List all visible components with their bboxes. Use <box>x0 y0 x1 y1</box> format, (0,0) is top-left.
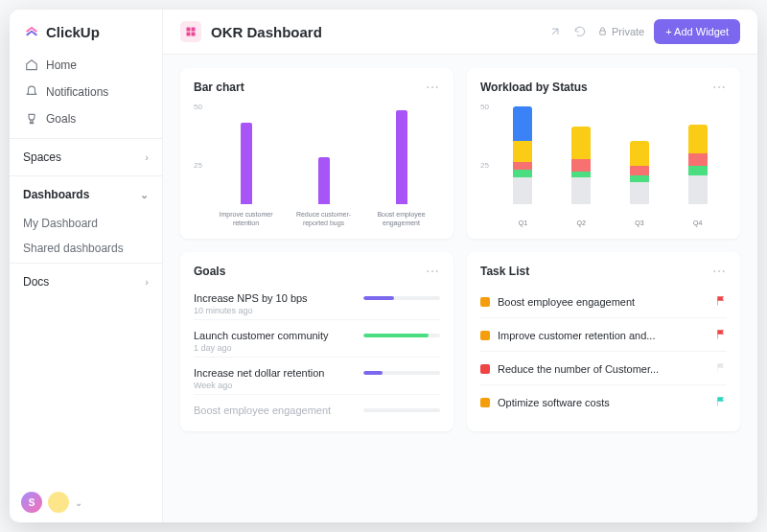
section-docs[interactable]: Docs › <box>10 266 162 298</box>
sidebar-item-my-dashboard[interactable]: My Dashboard <box>10 211 162 236</box>
expand-icon[interactable] <box>547 24 563 39</box>
chart-bar <box>396 110 407 204</box>
divider <box>10 263 162 264</box>
card-task-list: Task List ⋯ Boost employee engagementImp… <box>467 252 740 431</box>
svg-rect-4 <box>600 31 606 35</box>
nav-label: Home <box>46 58 77 72</box>
progress-bar <box>363 371 440 375</box>
bar-segment <box>688 153 708 166</box>
main-content: OKR Dashboard Private + Add Widget Bar c… <box>163 10 757 522</box>
x-axis-label: Boost employee engagement <box>373 211 430 227</box>
task-item[interactable]: Reduce the number of Customer... <box>480 354 727 385</box>
status-square-icon <box>480 364 490 374</box>
progress-bar <box>363 408 440 412</box>
task-name: Reduce the number of Customer... <box>498 363 708 375</box>
privacy-toggle[interactable]: Private <box>597 26 644 38</box>
brand-logo[interactable]: ClickUp <box>10 10 162 48</box>
chart-bar <box>318 157 330 204</box>
app-window: ClickUp Home Notifications Goals Spaces … <box>10 10 757 522</box>
avatar[interactable] <box>48 492 69 513</box>
bar-segment <box>571 177 591 204</box>
x-axis-label: Q1 <box>494 220 551 227</box>
stacked-bar <box>630 141 649 204</box>
bar-segment <box>688 166 708 176</box>
more-icon[interactable]: ⋯ <box>712 80 727 95</box>
sidebar-footer: S ⌄ <box>10 482 162 522</box>
divider <box>10 138 162 139</box>
card-workload: Workload by Status ⋯ 50 25 Q1Q2Q3Q4 <box>467 68 740 239</box>
task-item[interactable]: Boost employee engagement <box>480 287 727 318</box>
sidebar-item-shared-dashboards[interactable]: Shared dashboards <box>10 236 162 261</box>
stacked-bar <box>571 127 591 204</box>
section-label: Dashboards <box>23 188 89 201</box>
nav-home[interactable]: Home <box>13 52 158 79</box>
flag-icon[interactable] <box>715 360 727 378</box>
y-axis-max: 50 <box>480 103 489 111</box>
trophy-icon <box>25 112 38 126</box>
status-square-icon <box>480 398 490 407</box>
dashboard-icon <box>180 21 201 42</box>
task-name: Boost employee engagement <box>498 296 708 308</box>
y-axis-mid: 25 <box>480 161 489 170</box>
bar-segment <box>513 170 532 177</box>
chevron-right-icon: › <box>145 276 149 288</box>
avatar[interactable]: S <box>21 492 42 513</box>
more-icon[interactable]: ⋯ <box>426 80 440 95</box>
stacked-bar-chart: 50 25 Q1Q2Q3Q4 <box>480 103 727 227</box>
flag-icon[interactable] <box>715 327 727 344</box>
nav-label: Notifications <box>46 85 108 99</box>
status-square-icon <box>480 331 490 340</box>
x-axis-label: Q4 <box>669 220 727 227</box>
refresh-icon[interactable] <box>572 24 588 39</box>
section-label: Docs <box>23 275 49 289</box>
more-icon[interactable]: ⋯ <box>712 264 727 279</box>
x-axis-label: Reduce customer-reported bugs <box>295 211 353 227</box>
bar-segment <box>513 106 532 141</box>
more-icon[interactable]: ⋯ <box>426 264 440 279</box>
bar-segment <box>630 166 649 176</box>
lock-icon <box>597 26 608 38</box>
progress-bar <box>363 296 440 300</box>
chart-bar <box>241 123 252 204</box>
progress-bar <box>363 334 440 337</box>
goal-item[interactable]: Increase NPS by 10 bps10 minutes ago <box>194 287 440 320</box>
task-item[interactable]: Optimize software costs <box>480 387 727 418</box>
bar-segment <box>630 141 649 165</box>
stacked-bar <box>688 125 708 204</box>
card-title: Goals <box>194 265 225 278</box>
task-name: Optimize software costs <box>498 397 708 408</box>
chevron-down-icon[interactable]: ⌄ <box>75 497 82 508</box>
goal-name: Boost employee engagement <box>194 405 331 416</box>
section-spaces[interactable]: Spaces › <box>10 141 162 173</box>
flag-icon[interactable] <box>715 394 727 411</box>
flag-icon[interactable] <box>715 293 727 311</box>
task-item[interactable]: Improve customer retention and... <box>480 320 727 352</box>
nav-label: Goals <box>46 112 76 126</box>
chevron-right-icon: › <box>145 151 149 163</box>
dashboard-grid: Bar chart ⋯ 50 25 Improve customer reten… <box>163 55 757 445</box>
section-dashboards[interactable]: Dashboards ⌄ <box>10 178 162 211</box>
card-title: Workload by Status <box>480 81 588 94</box>
svg-rect-0 <box>187 28 191 32</box>
status-square-icon <box>480 297 490 307</box>
goals-list: Increase NPS by 10 bps10 minutes agoLaun… <box>194 287 440 420</box>
bar-segment <box>513 162 532 170</box>
svg-rect-2 <box>187 33 191 36</box>
stacked-bar <box>513 106 532 204</box>
primary-nav: Home Notifications Goals <box>10 48 162 136</box>
bar-segment <box>630 182 649 204</box>
card-title: Task List <box>480 265 529 278</box>
goal-item[interactable]: Increase net dollar retentionWeek ago <box>194 361 440 395</box>
card-title: Bar chart <box>194 81 244 94</box>
bar-segment <box>688 125 708 153</box>
y-axis-max: 50 <box>194 103 202 111</box>
divider <box>10 175 162 176</box>
nav-notifications[interactable]: Notifications <box>13 79 158 105</box>
goal-name: Increase NPS by 10 bps <box>194 292 308 304</box>
chevron-down-icon: ⌄ <box>140 189 149 201</box>
nav-goals[interactable]: Goals <box>13 105 158 132</box>
goal-item[interactable]: Launch customer community1 day ago <box>194 324 440 358</box>
privacy-label: Private <box>612 26 644 37</box>
goal-item[interactable]: Boost employee engagement <box>194 399 440 420</box>
add-widget-button[interactable]: + Add Widget <box>654 19 740 44</box>
